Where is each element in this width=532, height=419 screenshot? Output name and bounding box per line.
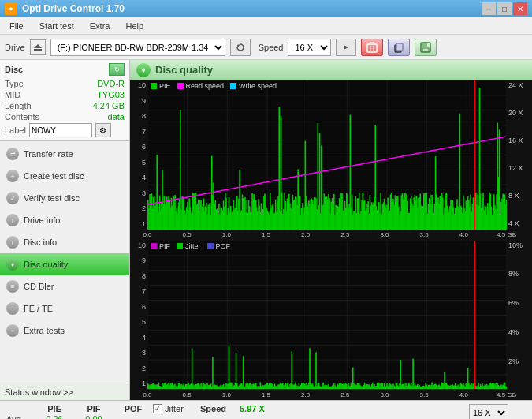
read-speed-legend-color	[177, 83, 184, 89]
label-settings-button[interactable]: ⚙	[95, 123, 111, 137]
quality-speed-select[interactable]: 16 X	[469, 404, 508, 419]
sidebar: Disc ↻ Type DVD-R MID TYG03 Length 4.24 …	[0, 60, 130, 400]
by-label-7: 7	[130, 288, 147, 295]
speed-header: Speed	[200, 404, 240, 413]
copy-button[interactable]	[388, 39, 410, 56]
pof-header: POF	[113, 404, 153, 413]
minimize-button[interactable]: ─	[482, 2, 496, 15]
drive-select[interactable]: (F:) PIONEER BD-RW BDR-209M 1.34	[50, 39, 225, 56]
speed-select[interactable]: 16 X	[288, 39, 331, 56]
yr-24x: 24 X	[507, 82, 532, 89]
sidebar-item-drive-info[interactable]: i Drive info	[0, 209, 129, 231]
pif-legend-color	[151, 243, 157, 249]
by-label-10: 10	[130, 242, 147, 249]
fe-te-icon: ~	[6, 302, 19, 315]
yr-4x: 4 X	[507, 220, 532, 227]
drive-info-icon: i	[6, 214, 19, 226]
drive-refresh-button[interactable]	[230, 39, 251, 56]
menu-start-test[interactable]: Start test	[33, 20, 80, 32]
by-label-4: 4	[130, 335, 147, 342]
yr-12x: 12 X	[507, 165, 532, 172]
x-label-2.0: 2.0	[301, 231, 310, 238]
close-button[interactable]: ✕	[513, 2, 527, 15]
x-label-4.5gb: 4.5 GB	[497, 231, 516, 238]
disc-refresh-button[interactable]: ↻	[109, 63, 125, 76]
extra-tests-icon: +	[6, 324, 19, 337]
legend-pof: POF	[207, 242, 231, 250]
bx-label-3.5: 3.5	[420, 391, 429, 398]
by-label-6: 6	[130, 304, 147, 311]
main-layout: Disc ↻ Type DVD-R MID TYG03 Length 4.24 …	[0, 60, 532, 400]
jitter-label: Jitter	[165, 404, 184, 413]
y-label-2: 2	[130, 205, 147, 212]
y-label-6: 6	[130, 144, 147, 151]
stats-bar: PIE PIF POF Jitter Speed 5.97 X Avg 0.26…	[0, 400, 532, 419]
drive-label: Drive	[5, 43, 25, 52]
jitter-legend-label: Jitter	[185, 242, 201, 250]
sidebar-item-disc-info[interactable]: i Disc info	[0, 231, 129, 253]
by-label-9: 9	[130, 257, 147, 264]
verify-test-disc-icon: ✓	[6, 192, 19, 204]
bx-label-3.0: 3.0	[380, 391, 389, 398]
by-label-8: 8	[130, 273, 147, 280]
speed-go-button[interactable]	[336, 39, 356, 56]
transfer-rate-icon: ⇌	[6, 148, 19, 160]
bottom-chart-y-axis: 10 9 8 7 6 5 4 3 2 1	[130, 241, 147, 390]
x-label-3.5: 3.5	[420, 231, 429, 238]
drive-info-label: Drive info	[24, 215, 60, 225]
sidebar-item-transfer-rate[interactable]: ⇌ Transfer rate	[0, 143, 129, 165]
byr-10: 10%	[507, 242, 532, 249]
jitter-checkbox[interactable]	[153, 404, 162, 413]
disc-info-label: Disc info	[24, 238, 57, 247]
sidebar-item-disc-quality[interactable]: ♦ Disc quality	[0, 253, 129, 275]
sidebar-item-create-test-disc[interactable]: + Create test disc	[0, 165, 129, 187]
by-label-1: 1	[130, 380, 147, 387]
sidebar-item-extra-tests[interactable]: + Extra tests	[0, 320, 129, 342]
maximize-button[interactable]: □	[497, 2, 512, 15]
pif-legend-label: PIF	[159, 242, 170, 250]
bx-label-4.5gb: 4.5 GB	[497, 391, 516, 398]
save-button[interactable]	[415, 39, 437, 56]
create-test-disc-icon: +	[6, 170, 19, 182]
bx-label-4.0: 4.0	[459, 391, 468, 398]
disc-info-title: Disc	[5, 65, 23, 74]
sidebar-item-fe-te[interactable]: ~ FE / TE	[0, 297, 129, 320]
x-label-4.0: 4.0	[459, 231, 468, 238]
sidebar-item-verify-test-disc[interactable]: ✓ Verify test disc	[0, 187, 129, 209]
label-input[interactable]	[29, 123, 92, 137]
mid-label: MID	[5, 90, 20, 99]
x-label-1.0: 1.0	[222, 231, 231, 238]
svg-rect-9	[396, 43, 403, 51]
byr-8: 8%	[507, 271, 532, 278]
pif-header: PIF	[74, 404, 113, 413]
verify-test-disc-label: Verify test disc	[24, 193, 80, 203]
top-chart-y-right: 24 X 20 X 16 X 12 X 8 X 4 X	[507, 80, 532, 230]
menu-help[interactable]: Help	[119, 20, 150, 32]
bx-label-2.0: 2.0	[301, 391, 310, 398]
yr-20x: 20 X	[507, 110, 532, 117]
contents-label: Contents	[5, 112, 39, 122]
svg-rect-0	[34, 49, 42, 51]
x-label-0.5: 0.5	[183, 231, 192, 238]
disc-info-icon: i	[6, 236, 19, 249]
erase-button[interactable]	[361, 39, 383, 56]
pie-header: PIE	[35, 404, 74, 413]
bottom-chart-inner: PIF Jitter POF	[147, 241, 507, 390]
quality-header: ♦ Disc quality	[130, 60, 532, 80]
avg-label: Avg	[6, 414, 35, 419]
cd-bler-label: CD Bler	[24, 282, 54, 291]
sidebar-item-cd-bler[interactable]: ≡ CD Bler	[0, 275, 129, 297]
svg-rect-12	[422, 48, 429, 51]
chart-container: 10 9 8 7 6 5 4 3 2 1 PIE	[130, 80, 532, 400]
status-window-button[interactable]: Status window >>	[0, 383, 129, 400]
label-label: Label	[5, 125, 26, 135]
top-chart: 10 9 8 7 6 5 4 3 2 1 PIE	[130, 80, 532, 230]
byr-2: 2%	[507, 358, 532, 365]
menu-file[interactable]: File	[3, 20, 30, 32]
bx-label-1.0: 1.0	[222, 391, 231, 398]
menu-extra[interactable]: Extra	[84, 20, 117, 32]
sidebar-menu: ⇌ Transfer rate + Create test disc ✓ Ver…	[0, 141, 129, 383]
status-window-label: Status window >>	[5, 387, 73, 397]
type-label: Type	[5, 79, 24, 88]
drive-eject-icon[interactable]	[30, 39, 46, 55]
